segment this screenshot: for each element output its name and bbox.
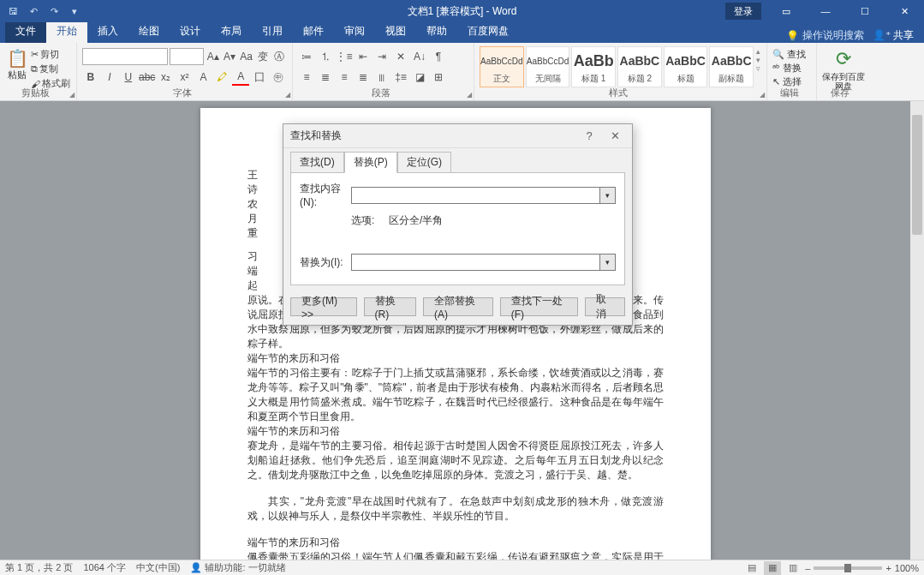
style-no-spacing[interactable]: AaBbCcDd无间隔: [526, 46, 570, 87]
tab-insert[interactable]: 插入: [87, 21, 128, 43]
font-name-combo[interactable]: [82, 48, 168, 65]
paragraph-dialog-launcher[interactable]: ◢: [467, 91, 472, 99]
tab-review[interactable]: 审阅: [334, 21, 375, 43]
ribbon-display-icon[interactable]: ▭: [766, 0, 806, 22]
cut-button[interactable]: ✂剪切: [31, 48, 70, 61]
save-to-baidu-button[interactable]: ⟳ 保存到百度网盘: [822, 45, 865, 91]
zoom-level[interactable]: 100%: [895, 563, 919, 573]
align-center-icon[interactable]: ≣: [317, 69, 334, 86]
copy-button[interactable]: ⧉复制: [31, 63, 70, 75]
tab-mailings[interactable]: 邮件: [293, 21, 334, 43]
superscript-button[interactable]: x²: [176, 69, 194, 86]
justify-icon[interactable]: ≣: [355, 69, 372, 86]
dialog-tab-find[interactable]: 查找(D): [290, 152, 344, 173]
find-next-button[interactable]: 查找下一处(F): [500, 297, 579, 316]
scroll-thumb[interactable]: [912, 115, 922, 235]
borders-icon[interactable]: ⊞: [430, 69, 447, 86]
view-read-icon[interactable]: ▤: [743, 561, 760, 575]
subscript-button[interactable]: x₂: [158, 69, 175, 86]
save-icon[interactable]: 🖫: [3, 2, 22, 21]
view-web-icon[interactable]: ▥: [784, 561, 802, 575]
change-case-icon[interactable]: Aa: [239, 48, 253, 65]
status-language[interactable]: 中文(中国): [136, 561, 180, 574]
status-words[interactable]: 1064 个字: [83, 561, 126, 574]
font-size-combo[interactable]: [170, 48, 204, 65]
enclosed-char-icon[interactable]: ㊥: [270, 69, 287, 86]
maximize-icon[interactable]: ☐: [845, 0, 885, 22]
style-title[interactable]: AaBbC标题: [664, 46, 708, 87]
distributed-icon[interactable]: ⫼: [373, 69, 390, 86]
align-right-icon[interactable]: ≡: [336, 69, 353, 86]
qat-more-icon[interactable]: ▾: [65, 2, 84, 21]
clipboard-dialog-launcher[interactable]: ◢: [69, 91, 75, 99]
tab-references[interactable]: 引用: [252, 21, 293, 43]
zoom-slider[interactable]: [814, 566, 882, 570]
login-button[interactable]: 登录: [725, 3, 761, 20]
tab-design[interactable]: 设计: [170, 21, 211, 43]
dialog-close-icon[interactable]: ✕: [605, 129, 625, 142]
italic-button[interactable]: I: [101, 69, 118, 86]
status-page[interactable]: 第 1 页，共 2 页: [5, 561, 73, 574]
multilevel-icon[interactable]: ⋮≡: [336, 48, 353, 65]
tab-file[interactable]: 文件: [5, 21, 46, 43]
share-button[interactable]: 👤⁺ 共享: [873, 28, 914, 43]
zoom-thumb[interactable]: [844, 564, 851, 572]
dialog-tab-replace[interactable]: 替换(P): [344, 152, 397, 173]
tab-layout[interactable]: 布局: [211, 21, 252, 43]
style-heading2[interactable]: AaBbC标题 2: [617, 46, 662, 87]
styles-dialog-launcher[interactable]: ◢: [760, 91, 765, 99]
char-border-icon[interactable]: 囗: [251, 69, 268, 86]
replace-dropdown-icon[interactable]: ▾: [600, 254, 616, 271]
strikethrough-button[interactable]: abc: [139, 69, 156, 86]
underline-button[interactable]: U: [120, 69, 137, 86]
asian-layout-icon[interactable]: ✕: [392, 48, 409, 65]
style-normal[interactable]: AaBbCcDd正文: [480, 46, 524, 87]
tab-help[interactable]: 帮助: [416, 21, 457, 43]
replace-all-button[interactable]: 全部替换(A): [423, 297, 493, 316]
replace-one-button[interactable]: 替换(R): [364, 297, 416, 316]
find-button[interactable]: 🔍查找: [772, 48, 811, 61]
font-color-icon[interactable]: A: [232, 69, 249, 86]
shrink-font-icon[interactable]: A▾: [222, 48, 236, 65]
tell-me-search[interactable]: 💡 操作说明搜索: [786, 28, 864, 43]
grow-font-icon[interactable]: A▴: [206, 48, 220, 65]
minimize-icon[interactable]: —: [806, 0, 845, 22]
tab-draw[interactable]: 绘图: [128, 21, 170, 43]
view-print-icon[interactable]: ▦: [764, 561, 781, 575]
replace-button[interactable]: ᵃᵇ替换: [772, 62, 811, 75]
text-effects-icon[interactable]: A: [194, 69, 212, 86]
line-spacing-icon[interactable]: ‡≡: [392, 69, 409, 86]
replace-with-input[interactable]: [351, 254, 600, 271]
styles-gallery-more[interactable]: ▴▾▿: [755, 46, 761, 74]
shading-icon[interactable]: ◪: [411, 69, 428, 86]
close-icon[interactable]: ✕: [885, 0, 924, 22]
find-dropdown-icon[interactable]: ▾: [600, 187, 616, 204]
clear-format-icon[interactable]: Ⓐ: [272, 48, 287, 65]
zoom-out-icon[interactable]: –: [805, 563, 810, 573]
align-left-icon[interactable]: ≡: [298, 69, 315, 86]
phonetic-icon[interactable]: 变: [255, 48, 270, 65]
dialog-titlebar[interactable]: 查找和替换 ? ✕: [283, 124, 632, 148]
highlight-icon[interactable]: 🖍: [213, 69, 230, 86]
cancel-button[interactable]: 取消: [585, 297, 625, 316]
tab-baidu[interactable]: 百度网盘: [457, 21, 519, 43]
bullets-icon[interactable]: ≔: [298, 48, 315, 65]
style-subtitle[interactable]: AaBbC副标题: [709, 46, 754, 87]
vertical-scrollbar[interactable]: [910, 101, 924, 560]
increase-indent-icon[interactable]: ⇥: [373, 48, 390, 65]
style-heading1[interactable]: AaBb标题 1: [571, 46, 616, 87]
dialog-tab-goto[interactable]: 定位(G): [397, 152, 451, 173]
zoom-in-icon[interactable]: +: [885, 563, 891, 573]
decrease-indent-icon[interactable]: ⇤: [355, 48, 372, 65]
font-dialog-launcher[interactable]: ◢: [285, 91, 290, 99]
bold-button[interactable]: B: [82, 69, 99, 86]
tab-home[interactable]: 开始: [46, 21, 87, 43]
status-accessibility[interactable]: 👤 辅助功能: 一切就绪: [190, 561, 285, 574]
more-button[interactable]: 更多(M) >>: [290, 297, 357, 316]
show-marks-icon[interactable]: ¶: [430, 48, 447, 65]
tab-view[interactable]: 视图: [375, 21, 416, 43]
find-what-input[interactable]: [351, 187, 600, 204]
undo-icon[interactable]: ↶: [24, 2, 43, 21]
dialog-help-icon[interactable]: ?: [579, 129, 599, 142]
redo-icon[interactable]: ↷: [45, 2, 63, 21]
